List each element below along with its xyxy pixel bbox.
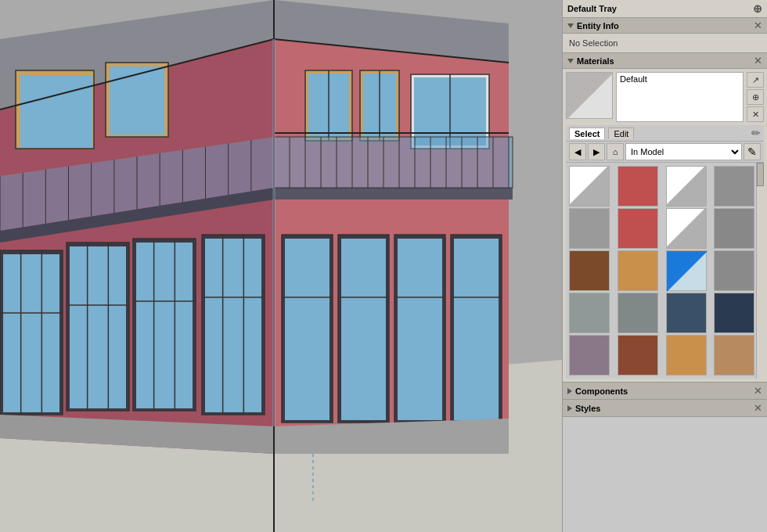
tray-header: Default Tray ⊕	[563, 0, 767, 18]
pencil-icon[interactable]: ✏	[751, 127, 761, 139]
material-scrollbar[interactable]	[756, 163, 764, 379]
material-swatch-8[interactable]	[714, 208, 754, 249]
nav-forward-btn[interactable]: ▶	[588, 143, 605, 160]
scrollbar-thumb[interactable]	[757, 163, 764, 186]
material-swatch-4[interactable]	[714, 166, 754, 207]
preview-triangle	[567, 73, 614, 120]
tray-pin-icon[interactable]: ⊕	[753, 2, 762, 15]
components-title: Components	[575, 386, 628, 396]
material-swatch-19[interactable]	[666, 335, 707, 376]
tab-edit[interactable]: Edit	[608, 128, 634, 139]
entity-info-section: Entity Info ✕ No Selection	[563, 18, 767, 53]
material-preview-box	[566, 72, 613, 119]
material-tool-btn-3[interactable]: ✕	[747, 106, 764, 122]
tray-title: Default Tray	[567, 4, 617, 13]
material-swatch-10[interactable]	[618, 250, 658, 291]
material-swatch-16[interactable]	[714, 293, 754, 333]
components-header-left: Components	[567, 386, 628, 396]
material-swatch-5[interactable]	[569, 208, 610, 249]
3d-viewport[interactable]	[0, 0, 562, 532]
nav-back-btn[interactable]: ◀	[569, 143, 586, 160]
material-grid: Brick, Common	[566, 163, 764, 379]
material-swatch-12[interactable]	[714, 250, 754, 291]
styles-section[interactable]: Styles ✕	[563, 400, 767, 417]
material-name-box: Default	[616, 72, 744, 122]
nav-home-btn[interactable]: ⌂	[607, 143, 624, 160]
entity-info-close-icon[interactable]: ✕	[754, 20, 762, 31]
materials-close-icon[interactable]: ✕	[754, 56, 762, 66]
material-tools-col: ↗ ⊕ ✕	[747, 72, 764, 122]
components-expand-icon	[567, 388, 572, 394]
components-close-icon[interactable]: ✕	[754, 386, 762, 396]
materials-expand-icon	[567, 59, 574, 63]
material-swatch-14[interactable]	[618, 293, 658, 333]
material-swatch-2[interactable]	[618, 166, 658, 207]
material-tool-btn-1[interactable]: ↗	[747, 72, 764, 88]
components-section[interactable]: Components ✕	[563, 383, 767, 400]
styles-header-left: Styles	[567, 404, 600, 413]
material-swatch-20[interactable]	[714, 335, 754, 376]
material-swatch-1[interactable]	[569, 166, 610, 207]
styles-close-icon[interactable]: ✕	[754, 403, 762, 413]
material-location-select[interactable]: In Model All Materials	[625, 143, 742, 160]
material-swatch-6[interactable]: Brick, Common	[618, 208, 658, 249]
material-swatch-18[interactable]	[618, 335, 658, 376]
material-nav-row: ◀ ▶ ⌂ In Model All Materials ✎	[566, 142, 764, 163]
materials-header[interactable]: Materials ✕	[563, 53, 767, 69]
material-swatch-11[interactable]	[666, 250, 707, 291]
entity-info-expand-icon	[567, 23, 574, 28]
material-swatch-17[interactable]	[569, 335, 610, 376]
material-name: Default	[620, 74, 647, 84]
material-swatch-9[interactable]	[569, 250, 610, 291]
entity-info-title: Entity Info	[577, 21, 619, 31]
materials-title: Materials	[577, 56, 614, 66]
right-panel: Default Tray ⊕ Entity Info ✕ No Selectio…	[562, 0, 767, 532]
styles-expand-icon	[567, 405, 572, 412]
materials-preview-row: Default ↗ ⊕ ✕	[566, 72, 764, 122]
material-swatch-15[interactable]	[666, 293, 707, 333]
materials-section: Materials ✕ Default ↗ ⊕ ✕ Sel	[563, 53, 767, 383]
styles-title: Styles	[575, 404, 600, 413]
entity-info-header[interactable]: Entity Info ✕	[563, 18, 767, 34]
materials-body: Default ↗ ⊕ ✕ Select Edit ✏ ◀ ▶ ⌂	[563, 69, 767, 382]
material-swatch-13[interactable]	[569, 293, 610, 333]
tab-select[interactable]: Select	[569, 128, 605, 139]
material-swatch-3[interactable]	[666, 166, 707, 207]
material-tabs: Select Edit ✏	[566, 125, 764, 142]
material-sample-btn[interactable]: ✎	[744, 143, 761, 160]
entity-info-status: No Selection	[569, 38, 618, 48]
entity-info-body: No Selection	[563, 34, 767, 52]
material-scroll-area: Brick, Common	[566, 163, 764, 379]
material-tool-btn-2[interactable]: ⊕	[747, 89, 764, 105]
material-swatch-7[interactable]	[666, 208, 707, 249]
